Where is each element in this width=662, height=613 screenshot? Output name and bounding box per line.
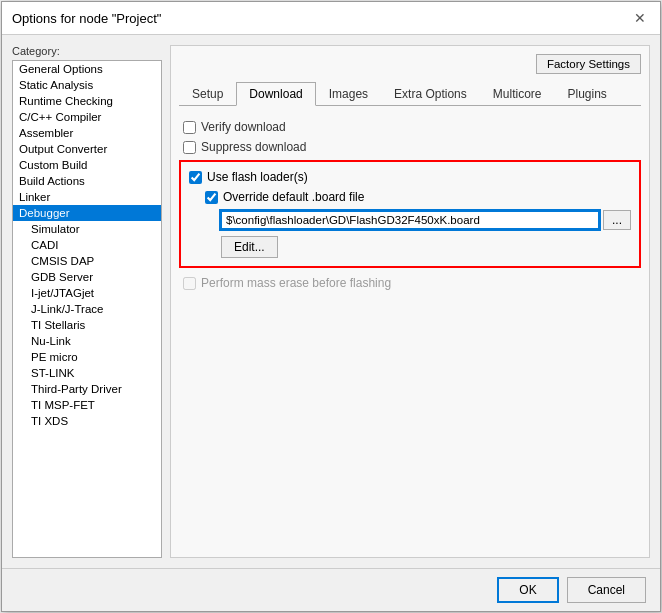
category-label: Category: bbox=[12, 45, 162, 57]
tab-images[interactable]: Images bbox=[316, 82, 381, 106]
tab-extra-options[interactable]: Extra Options bbox=[381, 82, 480, 106]
verify-download-checkbox[interactable] bbox=[183, 121, 196, 134]
board-file-input[interactable] bbox=[221, 211, 599, 229]
category-item-j-link-j-trace[interactable]: J-Link/J-Trace bbox=[13, 301, 161, 317]
suppress-download-checkbox[interactable] bbox=[183, 141, 196, 154]
edit-button[interactable]: Edit... bbox=[221, 236, 278, 258]
category-item-runtime-checking[interactable]: Runtime Checking bbox=[13, 93, 161, 109]
category-item-third-party-driver[interactable]: Third-Party Driver bbox=[13, 381, 161, 397]
factory-btn-row: Factory Settings bbox=[179, 54, 641, 74]
category-item-ti-msp-fet[interactable]: TI MSP-FET bbox=[13, 397, 161, 413]
browse-button[interactable]: ... bbox=[603, 210, 631, 230]
category-item-output-converter[interactable]: Output Converter bbox=[13, 141, 161, 157]
category-item-gdb-server[interactable]: GDB Server bbox=[13, 269, 161, 285]
category-item-nu-link[interactable]: Nu-Link bbox=[13, 333, 161, 349]
tabs-row: Setup Download Images Extra Options Mult… bbox=[179, 82, 641, 106]
category-item-simulator[interactable]: Simulator bbox=[13, 221, 161, 237]
category-list: General OptionsStatic AnalysisRuntime Ch… bbox=[12, 60, 162, 558]
dialog-title: Options for node "Project" bbox=[12, 11, 161, 26]
category-item-static-analysis[interactable]: Static Analysis bbox=[13, 77, 161, 93]
ok-button[interactable]: OK bbox=[497, 577, 558, 603]
board-file-row: ... bbox=[221, 210, 631, 230]
category-item-general-options[interactable]: General Options bbox=[13, 61, 161, 77]
category-item-pe-micro[interactable]: PE micro bbox=[13, 349, 161, 365]
category-item-i-jet-jtagjet[interactable]: I-jet/JTAGjet bbox=[13, 285, 161, 301]
verify-download-label: Verify download bbox=[201, 120, 286, 134]
dialog-footer: OK Cancel bbox=[2, 568, 660, 611]
use-flash-loaders-checkbox[interactable] bbox=[189, 171, 202, 184]
override-board-checkbox[interactable] bbox=[205, 191, 218, 204]
category-item-build-actions[interactable]: Build Actions bbox=[13, 173, 161, 189]
category-item-assembler[interactable]: Assembler bbox=[13, 125, 161, 141]
edit-row: Edit... bbox=[221, 236, 631, 258]
mass-erase-row: Perform mass erase before flashing bbox=[179, 276, 641, 290]
content-area: Verify download Suppress download Use fl… bbox=[179, 116, 641, 549]
suppress-download-row: Suppress download bbox=[179, 140, 641, 154]
mass-erase-label: Perform mass erase before flashing bbox=[201, 276, 391, 290]
tab-multicore[interactable]: Multicore bbox=[480, 82, 555, 106]
flash-section: Use flash loader(s) Override default .bo… bbox=[179, 160, 641, 268]
tab-download[interactable]: Download bbox=[236, 82, 315, 106]
title-bar: Options for node "Project" ✕ bbox=[2, 2, 660, 35]
category-item-debugger[interactable]: Debugger bbox=[13, 205, 161, 221]
mass-erase-checkbox[interactable] bbox=[183, 277, 196, 290]
category-item-ti-stellaris[interactable]: TI Stellaris bbox=[13, 317, 161, 333]
category-item-cadi[interactable]: CADI bbox=[13, 237, 161, 253]
category-panel: Category: General OptionsStatic Analysis… bbox=[12, 45, 162, 558]
category-item-ti-xds[interactable]: TI XDS bbox=[13, 413, 161, 429]
main-panel: Factory Settings Setup Download Images E… bbox=[170, 45, 650, 558]
category-item-linker[interactable]: Linker bbox=[13, 189, 161, 205]
suppress-download-label: Suppress download bbox=[201, 140, 306, 154]
factory-settings-button[interactable]: Factory Settings bbox=[536, 54, 641, 74]
options-dialog: Options for node "Project" ✕ Category: G… bbox=[1, 1, 661, 612]
verify-download-row: Verify download bbox=[179, 120, 641, 134]
tab-plugins[interactable]: Plugins bbox=[554, 82, 619, 106]
cancel-button[interactable]: Cancel bbox=[567, 577, 646, 603]
override-board-label: Override default .board file bbox=[223, 190, 364, 204]
override-board-row: Override default .board file bbox=[205, 190, 631, 204]
tab-setup[interactable]: Setup bbox=[179, 82, 236, 106]
use-flash-loaders-row: Use flash loader(s) bbox=[189, 170, 631, 184]
category-item-custom-build[interactable]: Custom Build bbox=[13, 157, 161, 173]
category-item-c-cpp-compiler[interactable]: C/C++ Compiler bbox=[13, 109, 161, 125]
dialog-body: Category: General OptionsStatic Analysis… bbox=[2, 35, 660, 568]
use-flash-loaders-label: Use flash loader(s) bbox=[207, 170, 308, 184]
category-item-cmsis-dap[interactable]: CMSIS DAP bbox=[13, 253, 161, 269]
close-button[interactable]: ✕ bbox=[630, 10, 650, 26]
category-item-st-link[interactable]: ST-LINK bbox=[13, 365, 161, 381]
